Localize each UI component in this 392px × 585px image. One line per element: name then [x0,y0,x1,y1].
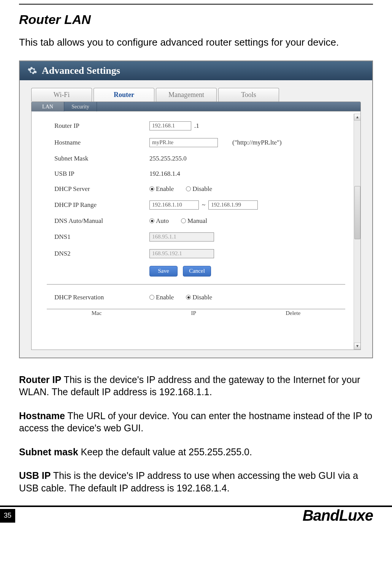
desc-usb-ip: USB IP This is the device's IP address t… [19,469,373,494]
gear-icon [27,66,37,76]
save-button[interactable]: Save [149,266,178,277]
hostname-input[interactable] [149,138,218,147]
dhcp-res-enable-radio[interactable]: Enable [149,294,174,301]
brand-logo: BandLuxe [303,507,392,524]
scroll-up-arrow-icon[interactable]: ▲ [354,114,360,121]
dns1-label: DNS1 [54,233,149,241]
reservation-col-mac: Mac [92,310,102,316]
hostname-hint: ("http://myPR.lte") [232,139,282,146]
dhcp-range-start-input[interactable] [149,200,199,210]
dns1-input[interactable] [149,232,214,242]
subnet-mask-value: 255.255.255.0 [149,155,187,162]
dns2-input[interactable] [149,249,214,258]
tab-management[interactable]: Management [156,88,217,102]
tab-tools[interactable]: Tools [218,88,279,102]
dhcp-disable-radio[interactable]: Disable [186,185,212,193]
reservation-col-delete: Delete [286,310,300,316]
scroll-thumb[interactable] [354,186,360,239]
dhcp-res-disable-radio[interactable]: Disable [186,294,212,301]
usb-ip-label: USB IP [54,170,149,178]
subtab-lan[interactable]: LAN [32,102,64,112]
scroll-down-arrow-icon[interactable]: ▼ [354,343,360,350]
advanced-settings-window: Advanced Settings Wi-Fi Router Managemen… [19,60,373,358]
window-title: Advanced Settings [42,65,120,76]
dhcp-range-sep: ~ [202,201,205,209]
desc-hostname: Hostname The URL of your device. You can… [19,410,373,434]
dhcp-server-label: DHCP Server [54,185,149,193]
dns-auto-radio[interactable]: Auto [149,217,169,225]
panel-divider [47,284,345,285]
dhcp-range-label: DHCP IP Range [54,201,149,209]
dhcp-res-label: DHCP Reservation [54,294,149,301]
desc-router-ip: Router IP This is the device's IP addres… [19,374,373,398]
section-title: Router LAN [19,12,373,27]
intro-text: This tab allows you to configure advance… [19,36,373,49]
main-tabs: Wi-Fi Router Management Tools [31,88,372,102]
window-titlebar: Advanced Settings [20,61,372,80]
tab-wifi[interactable]: Wi-Fi [31,88,92,102]
sub-tabs: LAN Security [31,102,361,111]
dhcp-range-end-input[interactable] [208,200,258,210]
router-ip-suffix: .1 [194,122,199,130]
dhcp-enable-radio[interactable]: Enable [149,185,174,193]
page-number: 35 [0,509,15,523]
cancel-button[interactable]: Cancel [183,266,211,277]
reservation-col-ip: IP [191,310,196,316]
hostname-label: Hostname [54,139,149,146]
router-ip-label: Router IP [54,122,149,130]
vertical-scrollbar[interactable]: ▲ ▼ [354,114,360,350]
reservation-columns: Mac IP Delete [47,309,345,317]
form-panel: Router IP .1 Hostname ("http://myPR.lte"… [31,111,361,350]
dns-mode-label: DNS Auto/Manual [54,217,149,225]
dns2-label: DNS2 [54,250,149,258]
scroll-area: Router IP .1 Hostname ("http://myPR.lte"… [32,114,360,350]
tab-router[interactable]: Router [94,88,154,102]
desc-subnet-mask: Subnet mask Keep the default value at 25… [19,446,373,458]
usb-ip-value: 192.168.1.4 [149,170,180,178]
router-ip-input[interactable] [149,121,191,130]
subnet-mask-label: Subnet Mask [54,155,149,162]
subtab-security[interactable]: Security [64,102,97,112]
dns-manual-radio[interactable]: Manual [181,217,207,225]
page-footer: 35 BandLuxe [0,506,392,524]
